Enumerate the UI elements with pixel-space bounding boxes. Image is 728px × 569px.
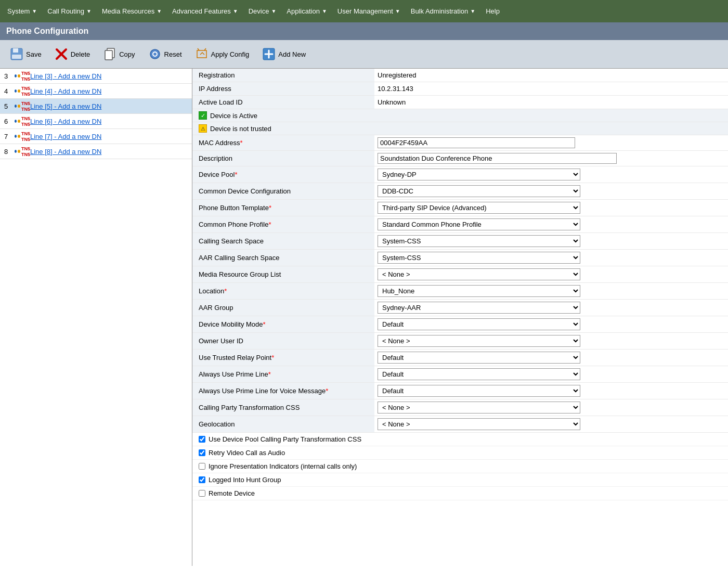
table-row: MAC Address* xyxy=(192,135,728,151)
common-device-config-select[interactable]: DDB-CDC xyxy=(378,185,580,197)
line-icon: TN5 TN5 xyxy=(15,71,30,81)
nav-user-management[interactable]: User Management ▼ xyxy=(332,0,406,22)
device-not-trusted-label: Device is not trusted xyxy=(210,125,271,133)
delete-icon xyxy=(54,47,69,61)
aar-calling-search-space-select[interactable]: System-CSS xyxy=(378,252,580,264)
field-label-prime-line-voice-message: Always Use Prime Line for Voice Message* xyxy=(192,383,374,399)
field-value-always-use-prime-line: Default xyxy=(374,366,728,383)
nav-advanced-features[interactable]: Advanced Features ▼ xyxy=(167,0,243,22)
table-row: Description xyxy=(192,151,728,166)
list-item[interactable]: 4 TN5 TN5 Line [4] - Add a new DN xyxy=(0,84,192,99)
device-pool-select[interactable]: Sydney-DP xyxy=(378,169,580,180)
reset-button[interactable]: Reset xyxy=(142,45,187,63)
toolbar: Save Delete Copy Reset xyxy=(0,40,728,69)
description-input[interactable] xyxy=(378,153,617,164)
field-value-owner-user-id: < None > xyxy=(374,333,728,350)
list-item[interactable]: 8 TN5 TN5 Line [8] - Add a new DN xyxy=(0,144,192,159)
remote-device-checkbox[interactable] xyxy=(199,490,205,497)
save-icon xyxy=(9,47,24,61)
page-title: Phone Configuration xyxy=(0,22,728,40)
nav-system[interactable]: System ▼ xyxy=(2,0,42,22)
chevron-down-icon: ▼ xyxy=(86,8,92,14)
list-item[interactable]: 5 TN5 TN5 Line [5] - Add a new DN xyxy=(0,99,192,114)
table-row: AAR Calling Search Space System-CSS xyxy=(192,250,728,266)
line-icon: TN5 TN5 xyxy=(15,116,30,126)
list-item[interactable]: 7 TN5 TN5 Line [7] - Add a new DN xyxy=(0,129,192,144)
mac-address-input[interactable] xyxy=(378,137,575,148)
nav-call-routing[interactable]: Call Routing ▼ xyxy=(42,0,97,22)
svg-rect-2 xyxy=(12,55,21,59)
nav-application[interactable]: Application ▼ xyxy=(281,0,332,22)
retry-video-label: Retry Video Call as Audio xyxy=(209,449,285,457)
retry-video-checkbox[interactable] xyxy=(199,449,205,456)
table-row: Phone Button Template* Third-party SIP D… xyxy=(192,200,728,216)
table-row: Common Phone Profile* Standard Common Ph… xyxy=(192,216,728,233)
list-item[interactable]: 3 TN5 TN5 Line [3] - Add a new DN xyxy=(0,69,192,84)
device-active-label: Device is Active xyxy=(210,112,257,120)
table-row: Device Pool* Sydney-DP xyxy=(192,166,728,183)
calling-party-transformation-select[interactable]: < None > xyxy=(378,402,580,413)
nav-device[interactable]: Device ▼ xyxy=(243,0,282,22)
table-row: Active Load ID Unknown xyxy=(192,96,728,109)
list-item[interactable]: 6 TN5 TN5 Line [6] - Add a new DN xyxy=(0,114,192,129)
field-label-ip: IP Address xyxy=(192,82,374,96)
field-label-device-mobility-mode: Device Mobility Mode* xyxy=(192,316,374,333)
table-row: Calling Search Space System-CSS xyxy=(192,233,728,250)
svg-point-9 xyxy=(153,53,157,56)
field-label-location: Location* xyxy=(192,283,374,300)
field-label-calling-party-transformation: Calling Party Transformation CSS xyxy=(192,399,374,416)
apply-config-button[interactable]: Apply Config xyxy=(189,45,255,63)
field-value-media-resource-group: < None > xyxy=(374,266,728,283)
field-value-location: Hub_None xyxy=(374,283,728,300)
field-value-aar-group: Sydney-AAR xyxy=(374,300,728,316)
copy-button[interactable]: Copy xyxy=(97,45,140,63)
save-button[interactable]: Save xyxy=(4,45,47,63)
apply-config-icon xyxy=(194,47,209,61)
media-resource-group-select[interactable]: < None > xyxy=(378,268,580,280)
use-device-pool-css-checkbox[interactable] xyxy=(199,436,205,443)
calling-search-space-select[interactable]: System-CSS xyxy=(378,235,580,247)
location-select[interactable]: Hub_None xyxy=(378,285,580,297)
prime-line-voice-message-select[interactable]: Default xyxy=(378,385,580,397)
field-value-prime-line-voice-message: Default xyxy=(374,383,728,399)
table-row: AAR Group Sydney-AAR xyxy=(192,300,728,316)
svg-marker-10 xyxy=(197,50,206,58)
content-area: Registration Unregistered IP Address 10.… xyxy=(192,69,728,566)
field-label-phone-button-template: Phone Button Template* xyxy=(192,200,374,216)
field-value-phone-button-template: Third-party SIP Device (Advanced) xyxy=(374,200,728,216)
field-value-common-phone-profile: Standard Common Phone Profile xyxy=(374,216,728,233)
sidebar: 3 TN5 TN5 Line [3] - Add a new DN 4 TN5 … xyxy=(0,69,192,566)
add-new-icon xyxy=(262,47,276,61)
checkbox-row-ignore-presentation: Ignore Presentation Indicators (internal… xyxy=(192,460,728,473)
aar-group-select[interactable]: Sydney-AAR xyxy=(378,302,580,314)
always-use-prime-line-select[interactable]: Default xyxy=(378,368,580,380)
line-icon: TN5 TN5 xyxy=(15,146,30,157)
main-layout: 3 TN5 TN5 Line [3] - Add a new DN 4 TN5 … xyxy=(0,69,728,566)
checkbox-row-device-pool-css: Use Device Pool Calling Party Transforma… xyxy=(192,433,728,446)
use-device-pool-css-label: Use Device Pool Calling Party Transforma… xyxy=(209,435,361,443)
ignore-presentation-checkbox[interactable] xyxy=(199,463,205,470)
nav-media-resources[interactable]: Media Resources ▼ xyxy=(97,0,167,22)
chevron-down-icon: ▼ xyxy=(157,8,162,14)
device-mobility-mode-select[interactable]: Default xyxy=(378,318,580,330)
nav-bulk-administration[interactable]: Bulk Administration ▼ xyxy=(406,0,480,22)
checkbox-row-logged-hunt-group: Logged Into Hunt Group xyxy=(192,473,728,487)
chevron-down-icon: ▼ xyxy=(395,8,400,14)
common-phone-profile-select[interactable]: Standard Common Phone Profile xyxy=(378,218,580,230)
field-label-calling-search-space: Calling Search Space xyxy=(192,233,374,250)
field-label-common-phone-profile: Common Phone Profile* xyxy=(192,216,374,233)
nav-help[interactable]: Help xyxy=(480,0,505,22)
delete-button[interactable]: Delete xyxy=(49,45,96,63)
logged-hunt-group-checkbox[interactable] xyxy=(199,476,205,483)
field-label-trusted-relay-point: Use Trusted Relay Point* xyxy=(192,350,374,366)
svg-rect-6 xyxy=(105,50,112,60)
phone-button-template-select[interactable]: Third-party SIP Device (Advanced) xyxy=(378,202,580,214)
table-row: ✓ Device is Active xyxy=(192,109,728,122)
owner-user-id-select[interactable]: < None > xyxy=(378,335,580,347)
field-label-active-load: Active Load ID xyxy=(192,96,374,109)
add-new-button[interactable]: Add New xyxy=(256,45,311,63)
checkbox-row-retry-video: Retry Video Call as Audio xyxy=(192,446,728,460)
field-value-geolocation: < None > xyxy=(374,416,728,433)
geolocation-select[interactable]: < None > xyxy=(378,418,580,430)
trusted-relay-point-select[interactable]: Default xyxy=(378,352,580,364)
